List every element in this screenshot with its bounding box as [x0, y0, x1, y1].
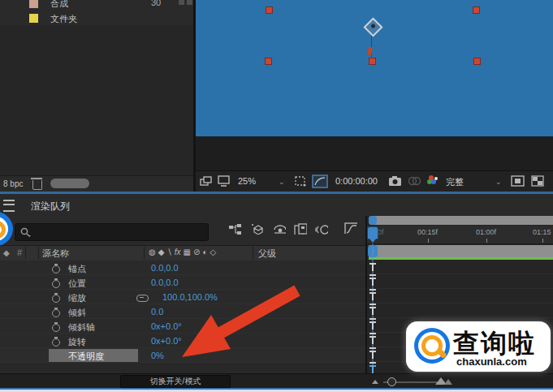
stopwatch-icon[interactable]	[52, 322, 60, 331]
window-bottom-edge	[0, 388, 553, 392]
channel-rgb-icon[interactable]	[427, 175, 440, 187]
composition-mini-flowchart-icon[interactable]	[228, 224, 241, 235]
property-name: 倾斜轴	[68, 321, 95, 334]
folder-icon	[29, 14, 38, 23]
project-item-row[interactable]: 合成 30	[0, 0, 193, 11]
composition-panel: 25% ⌄ 0:00:00:00 完整 ⌄	[196, 0, 553, 192]
safe-margins-icon[interactable]	[312, 174, 328, 188]
layers-icon[interactable]	[200, 176, 213, 187]
show-snapshot-icon[interactable]	[408, 175, 421, 187]
frame-blending-icon[interactable]	[294, 223, 307, 235]
effects-icon[interactable]: fx	[175, 248, 181, 256]
label-flag-icon[interactable]: ◆	[3, 248, 10, 257]
composition-icon	[29, 0, 38, 8]
time-ruler[interactable]: 0f 00:15f 01:00f 01:15	[367, 226, 553, 244]
property-row-scale[interactable]: 缩放 100.0,100.0%	[0, 289, 367, 304]
motion-blur-icon[interactable]	[315, 223, 328, 235]
shy-icon[interactable]: ◍	[149, 248, 156, 256]
search-box[interactable]	[15, 223, 209, 241]
search-input[interactable]	[35, 225, 205, 239]
trash-icon[interactable]	[32, 180, 42, 190]
property-name: 锚点	[68, 263, 86, 275]
property-value[interactable]: 0%	[151, 351, 164, 360]
region-of-interest-icon[interactable]	[511, 175, 525, 187]
parent-column[interactable]: 父级	[258, 248, 276, 260]
chevron-down-icon[interactable]: ⌄	[495, 178, 502, 186]
selection-handle[interactable]	[369, 58, 376, 65]
time-navigator-bar[interactable]	[369, 216, 553, 225]
snapshot-camera-icon[interactable]	[388, 175, 402, 187]
source-name-column[interactable]: 源名称	[42, 248, 69, 260]
stopwatch-icon[interactable]	[52, 293, 60, 302]
property-value[interactable]: 0x+0.0°	[151, 336, 182, 346]
selection-handle[interactable]	[266, 6, 273, 14]
playhead-marker-tip[interactable]	[369, 238, 377, 243]
chevron-down-icon[interactable]: ⌄	[279, 178, 285, 186]
stopwatch-icon[interactable]	[52, 278, 60, 287]
tab-render-queue[interactable]: 渲染队列	[31, 200, 70, 213]
stopwatch-icon[interactable]	[52, 264, 60, 273]
constrain-proportions-icon[interactable]	[136, 295, 149, 302]
project-list-empty-area[interactable]	[0, 26, 193, 175]
timeline-zoom-slider-knob[interactable]	[387, 377, 396, 386]
anchor-point-icon[interactable]	[363, 17, 382, 37]
timeline-bottom-bar: 切换开关/模式	[0, 373, 553, 389]
hide-shy-layers-icon[interactable]	[273, 223, 286, 235]
grid-guides-icon[interactable]	[294, 175, 307, 187]
bit-depth-label[interactable]: 8 bpc	[3, 179, 23, 188]
monitor-icon[interactable]	[218, 175, 231, 187]
panel-menu-icon[interactable]	[3, 200, 15, 212]
project-scroll-pill[interactable]	[50, 179, 89, 188]
project-item-row[interactable]: 文件夹	[0, 11, 193, 26]
property-value[interactable]: 100.0,100.0%	[162, 292, 218, 302]
stopwatch-icon[interactable]	[52, 337, 60, 346]
collapse-icon[interactable]: ◆	[158, 248, 165, 256]
frame-blend-icon[interactable]: ▦	[184, 248, 191, 256]
project-panel: 合成 30 文件夹 8 bpc	[0, 0, 193, 192]
adjustment-layer-icon[interactable]: ◐	[202, 248, 207, 256]
ruler-tick-label: 0f	[378, 228, 384, 236]
toggle-switches-modes-button[interactable]: 切换开关/模式	[120, 375, 231, 388]
graph-editor-icon[interactable]	[344, 222, 357, 234]
property-row-anchor-point[interactable]: 锚点 0.0,0.0	[0, 260, 367, 275]
project-item-badge: 30	[151, 0, 161, 7]
property-name: 旋转	[68, 336, 86, 348]
property-row-rotation[interactable]: 旋转 0x+0.0°	[0, 333, 367, 348]
property-row-skew-axis[interactable]: 倾斜轴 0x+0.0°	[0, 318, 367, 334]
selection-handle[interactable]	[473, 6, 480, 14]
watermark-url: chaxunla.com	[456, 355, 527, 368]
property-value[interactable]: 0.0,0.0	[151, 278, 179, 287]
property-value[interactable]: 0.0	[151, 307, 163, 317]
property-row-position[interactable]: 位置 0.0,0.0	[0, 274, 367, 290]
watermark: 查询啦 chaxunla.com	[406, 321, 551, 372]
quality-icon[interactable]: ∖	[166, 248, 171, 256]
item-thumb-icon	[187, 0, 192, 5]
property-name: 位置	[68, 278, 86, 290]
stopwatch-icon[interactable]	[52, 308, 60, 317]
motion-blur-col-icon[interactable]: ⊘	[193, 248, 200, 256]
hash-column-label[interactable]: #	[17, 248, 22, 257]
ruler-tick-label: 01:00f	[476, 228, 496, 236]
resolution-value[interactable]: 完整	[446, 176, 464, 188]
property-row-skew[interactable]: 倾斜 0.0	[0, 304, 367, 319]
playhead-row-beam	[369, 351, 376, 364]
property-name: 倾斜	[68, 307, 86, 319]
item-thumb-icon	[179, 0, 184, 5]
watermark-logo-icon	[414, 328, 450, 364]
property-row-opacity[interactable]: 不透明度 0%	[0, 347, 367, 363]
property-value[interactable]: 0x+0.0°	[151, 321, 182, 331]
transparency-grid-icon[interactable]	[531, 175, 544, 187]
composition-toolbar: 25% ⌄ 0:00:00:00 完整 ⌄	[196, 170, 553, 192]
magnification-value[interactable]: 25%	[238, 176, 256, 186]
zoom-out-mountain-icon[interactable]	[372, 380, 378, 384]
selection-handle[interactable]	[265, 58, 272, 65]
navigator-start-handle[interactable]	[369, 216, 377, 225]
timecode-display[interactable]: 0:00:00:00	[335, 176, 378, 186]
ruler-tick-label: 01:15	[533, 228, 551, 236]
3d-layer-icon[interactable]: ◇	[210, 248, 216, 256]
selection-handle[interactable]	[473, 58, 481, 65]
composition-canvas[interactable]	[196, 0, 553, 136]
property-value[interactable]: 0.0,0.0	[151, 263, 179, 273]
draft-3d-icon[interactable]	[250, 223, 263, 235]
work-area-bar[interactable]	[369, 245, 553, 257]
